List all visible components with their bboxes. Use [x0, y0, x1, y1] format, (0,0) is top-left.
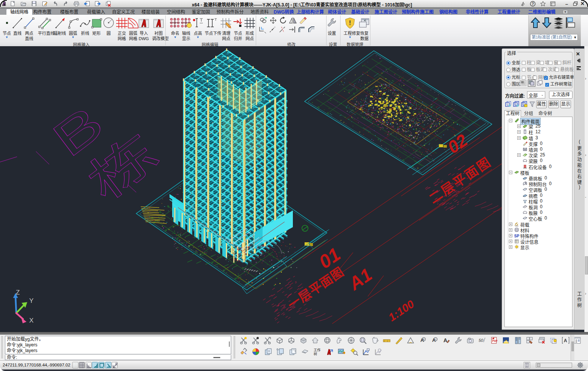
svg-text:树: 树	[314, 352, 317, 356]
svg-text:DWG: DWG	[504, 341, 509, 343]
svg-text:!: !	[349, 20, 351, 26]
svg-text:A: A	[564, 338, 567, 343]
svg-text:02: 02	[444, 130, 471, 157]
svg-text:A1: A1	[345, 264, 376, 294]
svg-text:A: A	[443, 337, 447, 343]
svg-text:?: ?	[532, 2, 534, 6]
svg-text:工作: 工作	[314, 348, 320, 352]
svg-text:PDF: PDF	[492, 340, 498, 342]
svg-text:50: 50	[479, 338, 484, 343]
svg-text:Y: Y	[29, 297, 33, 304]
svg-text:Z: Z	[16, 289, 20, 296]
svg-text:1:100: 1:100	[386, 298, 416, 324]
svg-text:一层平面图: 一层平面图	[285, 265, 347, 312]
svg-text:X: X	[29, 317, 33, 324]
